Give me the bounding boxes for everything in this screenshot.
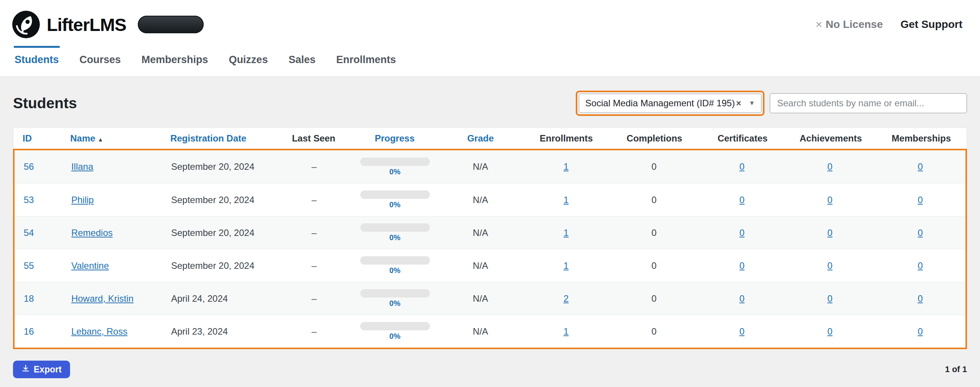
registration-date: September 20, 2024 bbox=[171, 260, 255, 271]
student-id-link[interactable]: 54 bbox=[24, 228, 34, 238]
grade: N/A bbox=[473, 293, 488, 304]
tab-courses[interactable]: Courses bbox=[79, 46, 122, 76]
certificates-link[interactable]: 0 bbox=[740, 161, 745, 172]
column-header[interactable]: Name▲ bbox=[61, 133, 161, 144]
column-header: Achievements bbox=[786, 133, 876, 144]
certificates-link[interactable]: 0 bbox=[740, 260, 745, 271]
student-name-link[interactable]: Illana bbox=[71, 161, 93, 172]
completions-count: 0 bbox=[652, 260, 657, 271]
tab-students[interactable]: Students bbox=[14, 46, 60, 76]
student-id-link[interactable]: 55 bbox=[24, 260, 34, 271]
column-header: Enrollments bbox=[523, 133, 609, 144]
student-name-link[interactable]: Philip bbox=[71, 195, 94, 205]
tab-enrollments[interactable]: Enrollments bbox=[335, 46, 397, 76]
progress-label: 0% bbox=[389, 200, 400, 209]
enrollments-link[interactable]: 1 bbox=[564, 326, 568, 337]
registration-date: September 20, 2024 bbox=[171, 161, 255, 172]
grade: N/A bbox=[473, 228, 488, 238]
remove-filter-icon[interactable]: × bbox=[736, 98, 741, 109]
enrollments-link[interactable]: 1 bbox=[564, 161, 568, 172]
achievements-link[interactable]: 0 bbox=[827, 326, 832, 337]
completions-count: 0 bbox=[652, 228, 657, 238]
progress-bar bbox=[360, 256, 430, 265]
achievements-link[interactable]: 0 bbox=[827, 195, 832, 205]
toolbar: Students Social Media Management (ID# 19… bbox=[13, 91, 967, 116]
certificates-link[interactable]: 0 bbox=[740, 293, 745, 304]
memberships-link[interactable]: 0 bbox=[918, 293, 923, 304]
dismiss-license-icon[interactable]: × bbox=[815, 19, 822, 30]
progress-label: 0% bbox=[389, 332, 400, 341]
redacted-badge bbox=[138, 16, 204, 33]
certificates-link[interactable]: 0 bbox=[740, 195, 745, 205]
progress-cell: 0% bbox=[352, 190, 438, 209]
memberships-link[interactable]: 0 bbox=[918, 228, 923, 238]
enrollments-link[interactable]: 2 bbox=[564, 293, 568, 304]
column-header[interactable]: Progress bbox=[352, 133, 438, 144]
pagination-label: 1 of 1 bbox=[945, 364, 967, 374]
grade: N/A bbox=[473, 161, 488, 172]
progress-label: 0% bbox=[389, 299, 400, 308]
progress-cell: 0% bbox=[352, 322, 438, 341]
tab-quizzes[interactable]: Quizzes bbox=[228, 46, 269, 76]
progress-cell: 0% bbox=[352, 223, 438, 242]
enrollments-link[interactable]: 1 bbox=[564, 260, 568, 271]
memberships-link[interactable]: 0 bbox=[918, 326, 923, 337]
achievements-link[interactable]: 0 bbox=[827, 293, 832, 304]
column-header[interactable]: Registration Date bbox=[161, 133, 276, 144]
column-header[interactable]: Grade bbox=[438, 133, 523, 144]
grade: N/A bbox=[473, 260, 488, 271]
tab-memberships[interactable]: Memberships bbox=[141, 46, 209, 76]
students-table: IDName▲Registration DateLast SeenProgres… bbox=[13, 127, 967, 349]
student-id-link[interactable]: 56 bbox=[24, 161, 34, 172]
student-name-link[interactable]: Lebanc, Ross bbox=[71, 326, 127, 337]
download-icon bbox=[21, 364, 30, 375]
course-filter-select[interactable]: Social Media Management (ID# 195) × ▼ bbox=[579, 94, 761, 113]
certificates-link[interactable]: 0 bbox=[740, 326, 745, 337]
student-id-link[interactable]: 18 bbox=[24, 293, 34, 304]
enrollments-link[interactable]: 1 bbox=[564, 195, 568, 205]
page-title: Students bbox=[13, 95, 576, 112]
column-header[interactable]: ID bbox=[13, 133, 61, 144]
enrollments-link[interactable]: 1 bbox=[564, 228, 568, 238]
brand-bar: LifterLMS × No License Get Support bbox=[0, 0, 980, 41]
progress-bar bbox=[360, 158, 430, 166]
column-header: Last Seen bbox=[276, 133, 352, 144]
progress-cell: 0% bbox=[352, 256, 438, 275]
last-seen: – bbox=[312, 326, 317, 337]
student-name-link[interactable]: Valentine bbox=[71, 260, 109, 271]
student-name-link[interactable]: Remedios bbox=[71, 228, 113, 238]
certificates-link[interactable]: 0 bbox=[740, 228, 745, 238]
brand-title: LifterLMS bbox=[47, 14, 126, 35]
progress-label: 0% bbox=[389, 233, 400, 242]
table-row: 16 Lebanc, Ross April 23, 2024 – 0% N/A … bbox=[15, 315, 965, 348]
export-button[interactable]: Export bbox=[13, 361, 70, 378]
registration-date: April 24, 2024 bbox=[171, 293, 228, 304]
completions-count: 0 bbox=[652, 326, 657, 337]
admin-header: LifterLMS × No License Get Support Stude… bbox=[0, 0, 980, 77]
memberships-link[interactable]: 0 bbox=[918, 161, 923, 172]
progress-bar bbox=[360, 289, 430, 298]
achievements-link[interactable]: 0 bbox=[827, 161, 832, 172]
get-support-link[interactable]: Get Support bbox=[900, 18, 962, 31]
completions-count: 0 bbox=[652, 195, 657, 205]
progress-cell: 0% bbox=[352, 158, 438, 176]
last-seen: – bbox=[312, 293, 317, 304]
course-filter-highlight: Social Media Management (ID# 195) × ▼ bbox=[576, 91, 764, 116]
achievements-link[interactable]: 0 bbox=[827, 260, 832, 271]
student-name-link[interactable]: Howard, Kristin bbox=[71, 293, 134, 304]
student-id-link[interactable]: 53 bbox=[24, 195, 34, 205]
table-row: 18 Howard, Kristin April 24, 2024 – 0% N… bbox=[15, 282, 965, 315]
header-actions: × No License Get Support bbox=[815, 18, 962, 31]
grade: N/A bbox=[473, 195, 488, 205]
grade: N/A bbox=[473, 326, 488, 337]
tab-sales[interactable]: Sales bbox=[288, 46, 317, 76]
report-nav: Students Courses Memberships Quizzes Sal… bbox=[0, 46, 980, 76]
achievements-link[interactable]: 0 bbox=[827, 228, 832, 238]
table-row: 56 Illana September 20, 2024 – 0% N/A 1 … bbox=[15, 150, 965, 183]
last-seen: – bbox=[312, 228, 317, 238]
search-input[interactable] bbox=[770, 93, 967, 113]
memberships-link[interactable]: 0 bbox=[918, 260, 923, 271]
student-id-link[interactable]: 16 bbox=[24, 326, 34, 337]
table-footer: Export 1 of 1 bbox=[13, 361, 967, 378]
memberships-link[interactable]: 0 bbox=[918, 195, 923, 205]
